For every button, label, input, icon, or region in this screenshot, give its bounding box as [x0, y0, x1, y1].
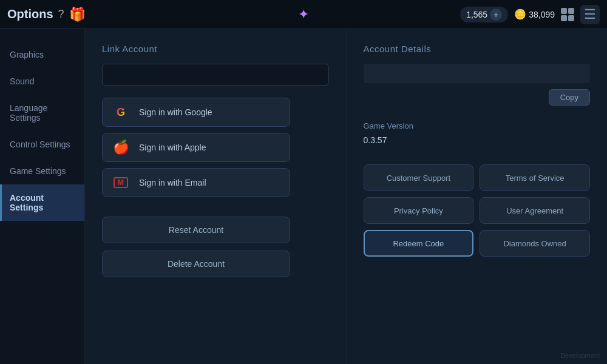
redeem-code-button[interactable]: Redeem Code: [364, 230, 474, 257]
apple-icon: 🍎: [112, 139, 129, 156]
topbar: Options ? 🎁 ✦ 1,565 + 🪙 38,099 ☰: [0, 0, 607, 29]
sidebar-item-graphics[interactable]: Graphics: [0, 41, 84, 68]
currency-1-plus-button[interactable]: +: [490, 8, 502, 21]
game-version-label: Game Version: [364, 121, 591, 130]
sign-in-apple-button[interactable]: 🍎 Sign in with Apple: [102, 133, 290, 162]
customer-support-button[interactable]: Customer Support: [364, 164, 474, 191]
sidebar-item-control[interactable]: Control Settings: [0, 131, 84, 158]
main-content: Link Account G Sign in with Google 🍎 Sig…: [85, 29, 607, 364]
privacy-policy-button[interactable]: Privacy Policy: [364, 197, 474, 224]
reset-account-button[interactable]: Reset Account: [102, 217, 290, 243]
user-agreement-button[interactable]: User Agreement: [480, 197, 590, 224]
sign-in-google-button[interactable]: G Sign in with Google: [102, 98, 290, 127]
links-grid: Customer Support Terms of Service Privac…: [364, 164, 591, 257]
game-version-value: 0.3.57: [364, 135, 591, 145]
grid-icon[interactable]: [561, 8, 574, 21]
link-account-input[interactable]: [102, 64, 329, 86]
menu-icon[interactable]: ☰: [580, 5, 600, 24]
diamonds-owned-button[interactable]: Diamonds Owned: [480, 230, 590, 257]
coin-block: 🪙 38,099: [514, 8, 555, 20]
terms-of-service-button[interactable]: Terms of Service: [480, 164, 590, 191]
sidebar-item-game[interactable]: Game Settings: [0, 158, 84, 184]
currency-2-value: 38,099: [529, 10, 555, 19]
sidebar-item-sound[interactable]: Sound: [0, 68, 84, 95]
left-panel: Link Account G Sign in with Google 🍎 Sig…: [85, 29, 347, 364]
sign-in-email-button[interactable]: Sign in with Email: [102, 168, 290, 197]
action-buttons: Reset Account Delete Account: [102, 217, 290, 277]
sign-in-google-label: Sign in with Google: [139, 107, 212, 117]
coin-icon: 🪙: [514, 8, 526, 20]
link-account-title: Link Account: [102, 44, 329, 54]
app-title: Options: [7, 7, 53, 21]
gem-icon: ✦: [298, 7, 309, 22]
watermark: Development: [560, 352, 600, 359]
delete-account-button[interactable]: Delete Account: [102, 251, 290, 277]
sign-in-apple-label: Sign in with Apple: [139, 143, 206, 152]
question-icon: ?: [58, 8, 64, 21]
email-icon: [112, 174, 129, 191]
copy-button[interactable]: Copy: [549, 89, 590, 106]
sign-in-email-label: Sign in with Email: [139, 178, 206, 187]
right-panel: Account Details Copy Game Version 0.3.57…: [347, 29, 608, 364]
google-icon: G: [112, 104, 129, 121]
gift-icon[interactable]: 🎁: [69, 7, 86, 22]
account-details-value: [364, 64, 591, 83]
sidebar-item-account[interactable]: Account Settings: [0, 184, 84, 221]
topbar-right: 1,565 + 🪙 38,099 ☰: [460, 5, 600, 24]
sidebar: Graphics Sound Language Settings Control…: [0, 29, 85, 364]
account-details-title: Account Details: [364, 44, 591, 54]
currency-1-value: 1,565: [466, 10, 487, 19]
currency-1-block: 1,565 +: [460, 7, 508, 22]
sidebar-item-language[interactable]: Language Settings: [0, 95, 84, 131]
